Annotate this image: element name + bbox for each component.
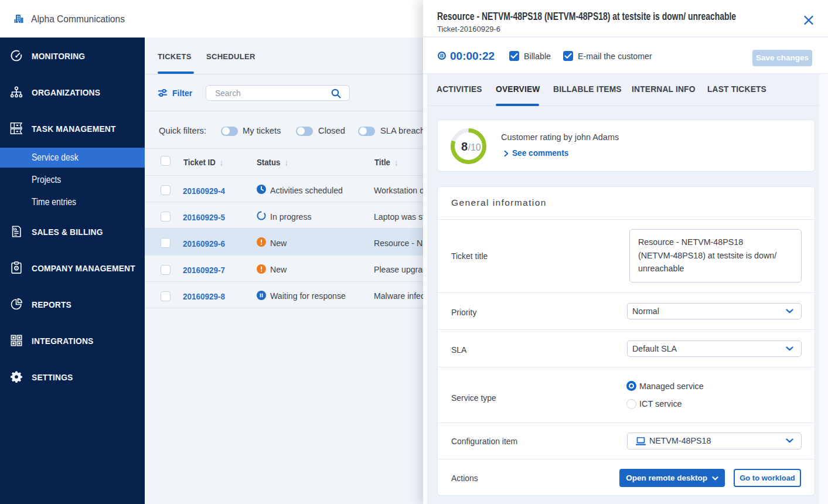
svg-text:$: $ <box>14 227 16 231</box>
svg-text:8: 8 <box>461 140 468 153</box>
svg-text:/10: /10 <box>468 142 481 152</box>
